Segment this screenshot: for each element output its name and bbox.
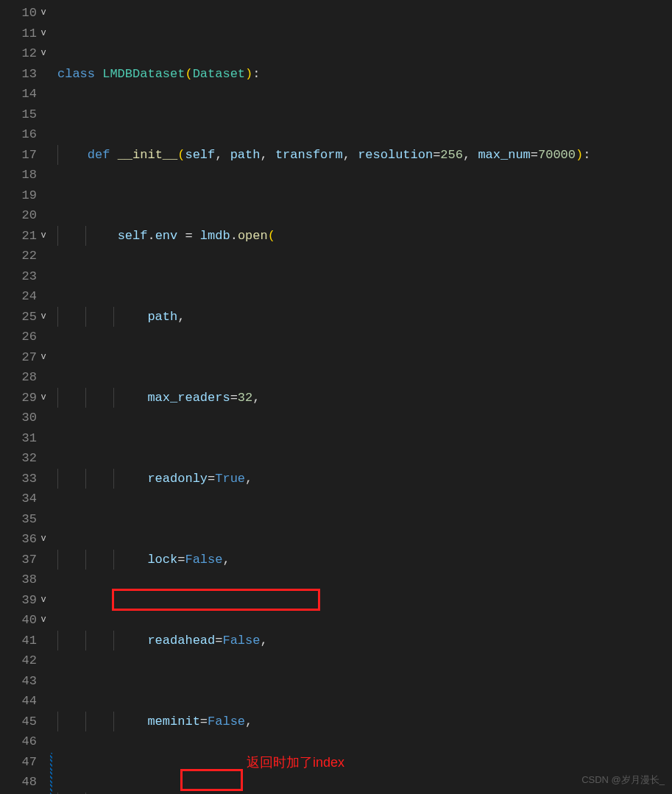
line-number: 47 bbox=[18, 752, 37, 773]
code-line[interactable]: path, bbox=[52, 307, 672, 327]
line-number: 43 bbox=[18, 671, 37, 692]
line-number: 15 bbox=[18, 104, 37, 125]
fold-icon[interactable]: v bbox=[37, 307, 47, 327]
modified-indicator bbox=[50, 753, 52, 794]
line-number: 34 bbox=[18, 489, 37, 509]
fold-icon[interactable]: v bbox=[37, 24, 47, 44]
fold-icon[interactable]: v bbox=[37, 3, 47, 24]
line-number: 27 bbox=[18, 347, 37, 368]
line-number: 29 bbox=[18, 388, 37, 408]
code-line[interactable]: max_readers=32, bbox=[52, 388, 672, 408]
fold-icon[interactable]: v bbox=[37, 529, 47, 550]
line-number: 25 bbox=[18, 307, 37, 327]
line-number: 26 bbox=[18, 327, 37, 347]
line-number: 18 bbox=[18, 165, 37, 185]
code-line[interactable]: class LMDBDataset(Dataset): bbox=[52, 64, 672, 85]
line-number: 45 bbox=[18, 712, 37, 732]
line-number: 31 bbox=[18, 428, 37, 449]
line-number: 21 bbox=[18, 226, 37, 247]
code-line[interactable]: lock=False, bbox=[52, 550, 672, 570]
line-number: 44 bbox=[18, 691, 37, 712]
line-number: 32 bbox=[18, 448, 37, 469]
line-number: 38 bbox=[18, 570, 37, 590]
line-number: 14 bbox=[18, 84, 37, 104]
line-number: 40 bbox=[18, 610, 37, 631]
line-number: 46 bbox=[18, 731, 37, 752]
line-number: 35 bbox=[18, 509, 37, 530]
line-number: 16 bbox=[18, 124, 37, 145]
line-number: 11 bbox=[18, 24, 37, 44]
line-number: 36 bbox=[18, 529, 37, 550]
line-number: 17 bbox=[18, 145, 37, 166]
line-number: 41 bbox=[18, 631, 37, 651]
line-number: 48 bbox=[18, 772, 37, 793]
line-number: 12 bbox=[18, 43, 37, 64]
line-number: 30 bbox=[18, 408, 37, 428]
line-number: 42 bbox=[18, 651, 37, 671]
line-number: 37 bbox=[18, 550, 37, 570]
gutter: 10v 11v 12v 13 14 15 16 17 18 19 20 21v … bbox=[0, 0, 52, 794]
line-number: 28 bbox=[18, 367, 37, 388]
line-number: 19 bbox=[18, 185, 37, 206]
code-line[interactable]: meminit=False, bbox=[52, 712, 672, 732]
code-line[interactable]: readonly=True, bbox=[52, 469, 672, 489]
code-area[interactable]: class LMDBDataset(Dataset): def __init__… bbox=[52, 0, 672, 794]
fold-icon[interactable]: v bbox=[37, 610, 47, 631]
line-number: 23 bbox=[18, 266, 37, 287]
line-number: 39 bbox=[18, 590, 37, 611]
line-number: 13 bbox=[18, 64, 37, 85]
line-number: 22 bbox=[18, 246, 37, 266]
line-number: 33 bbox=[18, 469, 37, 489]
code-line[interactable]: readahead=False, bbox=[52, 631, 672, 651]
fold-icon[interactable]: v bbox=[37, 590, 47, 611]
line-number: 10 bbox=[18, 3, 37, 24]
code-line[interactable]: def __init__(self, path, transform, reso… bbox=[52, 145, 672, 166]
line-number: 20 bbox=[18, 205, 37, 226]
code-editor[interactable]: 10v 11v 12v 13 14 15 16 17 18 19 20 21v … bbox=[0, 0, 672, 794]
fold-icon[interactable]: v bbox=[37, 347, 47, 368]
fold-icon[interactable]: v bbox=[37, 43, 47, 64]
line-number: 24 bbox=[18, 286, 37, 307]
fold-icon[interactable]: v bbox=[37, 226, 47, 247]
fold-icon[interactable]: v bbox=[37, 388, 47, 408]
code-line[interactable]: self.env = lmdb.open( bbox=[52, 226, 672, 247]
